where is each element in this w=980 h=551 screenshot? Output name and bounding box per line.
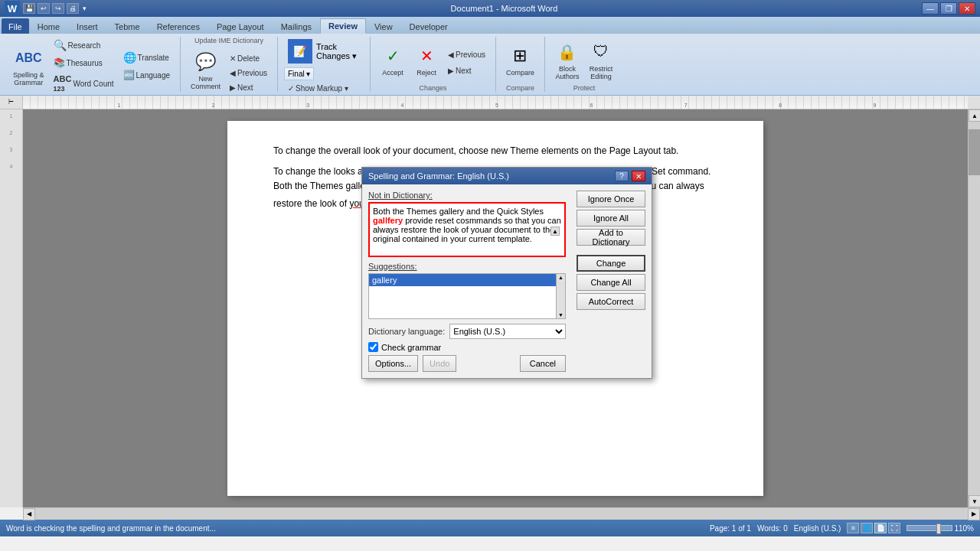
tab-mailings[interactable]: Mailings [273, 18, 320, 34]
final-dropdown[interactable]: Final ▾ [284, 67, 314, 80]
scroll-left-arrow[interactable]: ◀ [23, 508, 35, 520]
ruler-right-end [968, 96, 980, 109]
reject-button[interactable]: ✕ Reject [410, 41, 443, 79]
sugg-scroll-up[interactable]: ▲ [558, 275, 564, 280]
cancel-button[interactable]: Cancel [520, 355, 566, 372]
block-authors-label: BlockAuthors [555, 65, 579, 80]
ribbon-group-changes: ✓ Accept ✕ Reject ◀ Previous ▶ Next [371, 37, 496, 92]
dict-language-select[interactable]: English (U.S.) [449, 324, 566, 339]
tab-developer[interactable]: Developer [401, 18, 456, 34]
next-change-icon: ▶ [448, 67, 454, 75]
accept-button[interactable]: ✓ Accept [377, 41, 409, 79]
previous-comment-button[interactable]: ◀ Previous [226, 67, 271, 80]
undo-button[interactable]: Undo [423, 355, 456, 372]
scroll-thumb[interactable] [969, 129, 980, 175]
restrict-editing-icon: 🛡 [589, 40, 613, 64]
change-button[interactable]: Change [577, 255, 645, 272]
tab-file[interactable]: File [2, 18, 29, 34]
view-normal-btn[interactable]: ≡ [847, 523, 859, 533]
add-to-dictionary-button[interactable]: Add to Dictionary [577, 229, 645, 246]
h-scroll-track[interactable] [35, 508, 968, 520]
scroll-up-arrow[interactable]: ▲ [969, 109, 980, 122]
suggestions-listbox[interactable]: gallery ▲ ▼ [368, 273, 566, 319]
block-authors-button[interactable]: 🔒 BlockAuthors [551, 37, 583, 83]
scroll-track[interactable] [969, 122, 980, 495]
restrict-editing-button[interactable]: 🛡 RestrictEditing [585, 37, 617, 83]
ignore-once-button[interactable]: Ignore Once [577, 191, 645, 207]
ribbon-group-compare: ⊞ Compare Compare [496, 37, 545, 92]
view-print-btn[interactable]: 📄 [874, 523, 887, 533]
dict-language-row: Dictionary language: English (U.S.) [368, 324, 566, 339]
status-bar: Word is checking the spelling and gramma… [0, 520, 980, 536]
track-changes-button[interactable]: 📝 TrackChanges ▾ [284, 37, 364, 66]
previous-change-button[interactable]: ◀ Previous [444, 48, 489, 61]
view-web-btn[interactable]: 🌐 [861, 523, 873, 533]
zoom-slider[interactable] [906, 525, 952, 531]
view-fullscreen-btn[interactable]: ⛶ [888, 523, 900, 533]
minimize-button[interactable]: — [922, 2, 939, 15]
tab-home[interactable]: Home [29, 18, 68, 34]
spelling-grammar-button[interactable]: ABC Spelling &Grammar [9, 44, 48, 89]
compare-icon: ⊞ [508, 44, 532, 68]
sugg-scroll-down[interactable]: ▼ [558, 312, 564, 318]
new-comment-button[interactable]: 💬 NewComment [187, 47, 224, 93]
delete-comment-button[interactable]: ✕ Delete [226, 52, 271, 65]
options-button[interactable]: Options... [368, 355, 418, 372]
ignore-all-button[interactable]: Ignore All [577, 210, 645, 227]
next-comment-button[interactable]: ▶ Next [226, 81, 271, 94]
autocorrect-button[interactable]: AutoCorrect [577, 293, 645, 310]
previous-change-label: Previous [456, 51, 485, 59]
check-grammar-checkbox[interactable] [368, 342, 378, 352]
word-count-status: Words: 0 [757, 524, 788, 533]
tab-page-layout[interactable]: Page Layout [208, 18, 273, 34]
prev-comment-icon: ◀ [230, 69, 236, 77]
tab-references[interactable]: References [149, 18, 208, 34]
scroll-right-arrow[interactable]: ▶ [968, 508, 980, 520]
restore-button[interactable]: ❐ [940, 2, 957, 15]
tab-table[interactable]: Tebme [106, 18, 149, 34]
new-comment-label: NewComment [191, 75, 220, 90]
translate-button[interactable]: 🌐 Translate [119, 49, 175, 66]
quick-redo-btn[interactable]: ↪ [52, 3, 64, 14]
quick-print-btn[interactable]: 🖨 [67, 3, 79, 14]
vertical-ruler: 1 2 3 4 [0, 109, 23, 507]
track-changes-icon: 📝 [288, 39, 312, 64]
status-message: Word is checking the spelling and gramma… [6, 524, 216, 533]
thesaurus-icon: 📚 [54, 57, 65, 68]
restrict-editing-label: RestrictEditing [590, 65, 613, 80]
accept-icon: ✓ [381, 44, 405, 68]
not-in-dict-textbox[interactable]: Both the Themes gallery and the Quick St… [368, 202, 566, 257]
show-markup-button[interactable]: ✓ Show Markup ▾ [284, 82, 352, 95]
zoom-thumb[interactable] [936, 523, 941, 534]
prev-change-icon: ◀ [448, 51, 454, 59]
not-in-dict-scrollbar[interactable]: ▲ [550, 227, 560, 236]
vertical-scrollbar[interactable]: ▲ ▼ [968, 109, 980, 507]
next-change-button[interactable]: ▶ Next [444, 64, 489, 77]
suggestions-label: Suggestions: [368, 262, 566, 271]
word-count-button[interactable]: ABC123 Word Count [50, 72, 118, 95]
spelling-label: Spelling &Grammar [13, 71, 44, 86]
misspelled-highlight: gallfery [373, 216, 403, 225]
language-button[interactable]: 🔤 Language [119, 67, 175, 83]
suggestions-scrollbar[interactable]: ▲ ▼ [556, 274, 565, 318]
close-button[interactable]: ✕ [959, 2, 975, 15]
suggestion-gallery[interactable]: gallery [369, 274, 565, 286]
change-all-button[interactable]: Change All [577, 274, 645, 291]
quick-save-btn[interactable]: 💾 [23, 3, 35, 14]
zoom-control[interactable]: 110% [906, 524, 974, 533]
tab-view[interactable]: View [366, 18, 401, 34]
compare-button[interactable]: ⊞ Compare [502, 41, 538, 79]
thesaurus-button[interactable]: 📚 Thesaurus [50, 55, 118, 70]
quick-undo-btn[interactable]: ↩ [38, 3, 50, 14]
dialog-close-button[interactable]: ✕ [632, 171, 645, 181]
tab-review[interactable]: Review [320, 18, 366, 34]
scroll-down-arrow[interactable]: ▼ [969, 495, 980, 507]
research-button[interactable]: 🔍 Research [50, 37, 118, 54]
update-ime-btn[interactable]: Update IME Dictionary [187, 37, 271, 44]
thesaurus-label: Thesaurus [67, 59, 103, 67]
dialog-help-button[interactable]: ? [615, 171, 629, 181]
tab-insert[interactable]: Insert [68, 18, 106, 34]
zoom-level: 110% [954, 524, 974, 533]
spell-check-dialog[interactable]: Spelling and Grammar: English (U.S.) ? ✕… [361, 167, 652, 379]
dict-lang-label: Dictionary language: [368, 327, 445, 336]
